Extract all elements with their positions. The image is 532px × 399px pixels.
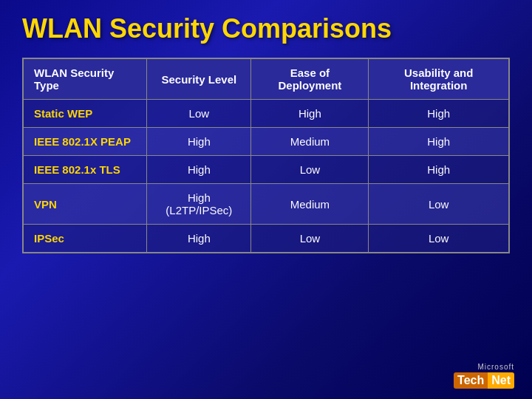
table-row: VPNHigh (L2TP/IPSec)MediumLow bbox=[23, 184, 509, 225]
cell-type: IEEE 802.1x TLS bbox=[23, 156, 147, 184]
cell-security: Low bbox=[147, 100, 251, 128]
cell-type: Static WEP bbox=[23, 100, 147, 128]
col-header-type: WLAN Security Type bbox=[23, 58, 147, 100]
table-header-row: WLAN Security Type Security Level Ease o… bbox=[23, 58, 509, 100]
cell-usability: High bbox=[369, 156, 509, 184]
cell-deployment: Low bbox=[251, 225, 369, 253]
cell-usability: High bbox=[369, 100, 509, 128]
cell-deployment: High bbox=[251, 100, 369, 128]
cell-type: IPSec bbox=[23, 225, 147, 253]
cell-usability: Low bbox=[369, 184, 509, 225]
logo-area: Microsoft Tech Net bbox=[454, 363, 514, 389]
table-row: Static WEPLowHighHigh bbox=[23, 100, 509, 128]
page-title: WLAN Security Comparisons bbox=[0, 0, 532, 55]
cell-security: High bbox=[147, 156, 251, 184]
col-header-deployment: Ease of Deployment bbox=[251, 58, 369, 100]
table-row: IPSecHighLowLow bbox=[23, 225, 509, 253]
cell-security: High bbox=[147, 128, 251, 156]
cell-security: High (L2TP/IPSec) bbox=[147, 184, 251, 225]
cell-deployment: Low bbox=[251, 156, 369, 184]
cell-type: VPN bbox=[23, 184, 147, 225]
cell-type: IEEE 802.1X PEAP bbox=[23, 128, 147, 156]
net-label: Net bbox=[488, 372, 514, 389]
cell-usability: High bbox=[369, 128, 509, 156]
cell-security: High bbox=[147, 225, 251, 253]
col-header-security: Security Level bbox=[147, 58, 251, 100]
table-row: IEEE 802.1X PEAPHighMediumHigh bbox=[23, 128, 509, 156]
col-header-usability: Usability and Integration bbox=[369, 58, 509, 100]
comparison-table: WLAN Security Type Security Level Ease o… bbox=[22, 58, 510, 253]
tech-label: Tech bbox=[454, 372, 488, 389]
cell-deployment: Medium bbox=[251, 184, 369, 225]
cell-usability: Low bbox=[369, 225, 509, 253]
comparison-table-container: WLAN Security Type Security Level Ease o… bbox=[0, 58, 532, 253]
microsoft-label: Microsoft bbox=[454, 363, 514, 371]
cell-deployment: Medium bbox=[251, 128, 369, 156]
table-row: IEEE 802.1x TLSHighLowHigh bbox=[23, 156, 509, 184]
technet-logo: Tech Net bbox=[454, 372, 514, 389]
